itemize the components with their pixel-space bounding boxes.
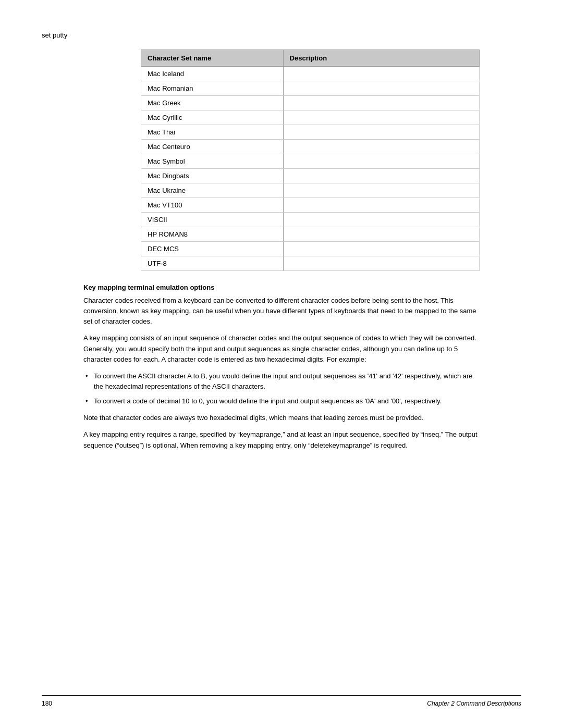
page: set putty Character Set name Description… xyxy=(0,0,563,728)
table-row: DEC MCS xyxy=(141,242,480,256)
table-cell-name: Mac Iceland xyxy=(141,67,284,81)
character-set-table: Character Set name Description Mac Icela… xyxy=(141,50,480,271)
table-row: Mac Iceland xyxy=(141,67,480,81)
table-row: Mac Ukraine xyxy=(141,183,480,198)
page-title: set putty xyxy=(42,31,67,39)
table-row: Mac Thai xyxy=(141,125,480,140)
table-row: Mac Centeuro xyxy=(141,140,480,154)
table-cell-description xyxy=(283,169,479,183)
table-row: VISCII xyxy=(141,213,480,227)
table-row: Mac Dingbats xyxy=(141,169,480,183)
content-section: Key mapping terminal emulation options C… xyxy=(83,283,480,451)
table-cell-name: Mac Centeuro xyxy=(141,140,284,154)
table-cell-name: VISCII xyxy=(141,213,284,227)
table-row: Mac Symbol xyxy=(141,154,480,169)
paragraph-1: Character codes received from a keyboard… xyxy=(83,295,480,327)
table-cell-description xyxy=(283,140,479,154)
table-cell-description xyxy=(283,110,479,125)
paragraph-2: A key mapping consists of an input seque… xyxy=(83,333,480,364)
footer-chapter: Chapter 2 Command Descriptions xyxy=(427,700,521,707)
table-row: HP ROMAN8 xyxy=(141,227,480,242)
table-cell-name: Mac VT100 xyxy=(141,198,284,213)
table-header-name: Character Set name xyxy=(141,50,284,67)
paragraph-3: Note that character codes are always two… xyxy=(83,413,480,423)
table-cell-description xyxy=(283,183,479,198)
bullet-item-2: To convert a code of decimal 10 to 0, yo… xyxy=(83,396,480,406)
table-cell-description xyxy=(283,125,479,140)
table-cell-name: DEC MCS xyxy=(141,242,284,256)
table-cell-name: Mac Greek xyxy=(141,96,284,110)
table-cell-name: Mac Thai xyxy=(141,125,284,140)
table-wrapper: Character Set name Description Mac Icela… xyxy=(141,50,480,271)
table-cell-description xyxy=(283,227,479,242)
table-cell-description xyxy=(283,198,479,213)
table-cell-description xyxy=(283,256,479,271)
table-cell-name: Mac Dingbats xyxy=(141,169,284,183)
table-cell-description xyxy=(283,154,479,169)
table-cell-name: HP ROMAN8 xyxy=(141,227,284,242)
bullet-list: To convert the ASCII character A to B, y… xyxy=(83,371,480,406)
section-heading: Key mapping terminal emulation options xyxy=(83,283,480,291)
table-cell-name: Mac Cyrillic xyxy=(141,110,284,125)
table-row: Mac VT100 xyxy=(141,198,480,213)
page-footer: 180 Chapter 2 Command Descriptions xyxy=(42,695,521,707)
table-cell-description xyxy=(283,96,479,110)
footer-page-number: 180 xyxy=(42,700,52,707)
table-cell-name: Mac Ukraine xyxy=(141,183,284,198)
table-cell-name: UTF-8 xyxy=(141,256,284,271)
table-cell-description xyxy=(283,67,479,81)
bullet-item-1: To convert the ASCII character A to B, y… xyxy=(83,371,480,392)
paragraph-4: A key mapping entry requires a range, sp… xyxy=(83,429,480,450)
table-cell-name: Mac Symbol xyxy=(141,154,284,169)
table-cell-description xyxy=(283,242,479,256)
table-row: Mac Greek xyxy=(141,96,480,110)
table-row: Mac Cyrillic xyxy=(141,110,480,125)
table-cell-description xyxy=(283,213,479,227)
table-cell-description xyxy=(283,81,479,96)
table-row: Mac Romanian xyxy=(141,81,480,96)
table-header-description: Description xyxy=(283,50,479,67)
page-header: set putty xyxy=(42,31,521,39)
table-row: UTF-8 xyxy=(141,256,480,271)
table-cell-name: Mac Romanian xyxy=(141,81,284,96)
